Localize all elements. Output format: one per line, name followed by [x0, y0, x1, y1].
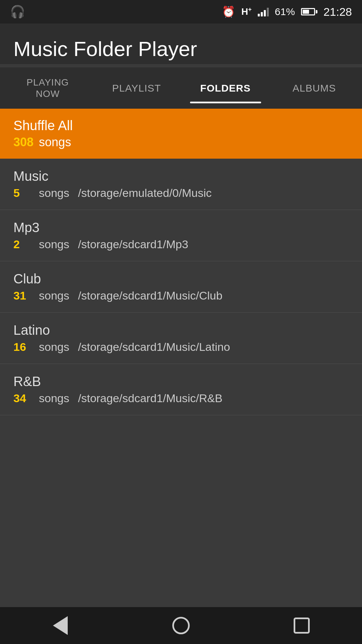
alarm-icon: ⏰ — [222, 5, 235, 18]
folder-meta-music: 5 songs /storage/emulated/0/Music — [13, 186, 349, 200]
folder-name-mp3: Mp3 — [13, 220, 349, 235]
folder-path-club: /storage/sdcard1/Music/Club — [78, 289, 223, 302]
tab-playlist[interactable]: PLAYLIST — [92, 73, 181, 103]
folder-name-latino: Latino — [13, 323, 349, 338]
folder-path-rnb: /storage/sdcard1/Music/R&B — [78, 392, 223, 405]
status-bar-right: ⏰ H+ 61% 21:28 — [222, 5, 352, 18]
folder-list: Music 5 songs /storage/emulated/0/Music … — [0, 159, 362, 415]
folder-meta-club: 31 songs /storage/sdcard1/Music/Club — [13, 289, 349, 302]
tab-bar: PLAYING NOW PLAYLIST FOLDERS ALBUMS — [0, 67, 362, 109]
folder-songs-label-rnb: songs — [39, 392, 69, 405]
folder-path-latino: /storage/sdcard1/Music/Latino — [78, 340, 230, 354]
tab-albums[interactable]: ALBUMS — [270, 73, 359, 103]
status-bar-left: 🎧 — [10, 5, 25, 19]
folder-count-music: 5 — [13, 186, 34, 200]
app-header: Music Folder Player — [0, 23, 362, 64]
signal-label: H+ — [241, 6, 252, 17]
battery-percentage: 61% — [275, 6, 295, 17]
recents-icon — [294, 618, 310, 634]
folder-item-rnb[interactable]: R&B 34 songs /storage/sdcard1/Music/R&B — [0, 364, 362, 415]
home-button[interactable] — [168, 612, 194, 639]
folder-meta-mp3: 2 songs /storage/sdcard1/Mp3 — [13, 238, 349, 251]
shuffle-count-number: 308 — [13, 135, 34, 149]
back-button[interactable] — [47, 612, 74, 639]
folder-item-mp3[interactable]: Mp3 2 songs /storage/sdcard1/Mp3 — [0, 210, 362, 261]
headphone-icon: 🎧 — [10, 5, 25, 19]
folder-count-mp3: 2 — [13, 238, 34, 251]
folder-path-mp3: /storage/sdcard1/Mp3 — [78, 238, 188, 251]
status-time: 21:28 — [323, 5, 352, 18]
back-icon — [53, 616, 68, 635]
folder-count-club: 31 — [13, 289, 34, 302]
recents-button[interactable] — [288, 612, 315, 639]
folder-songs-label-mp3: songs — [39, 238, 69, 251]
folder-item-latino[interactable]: Latino 16 songs /storage/sdcard1/Music/L… — [0, 313, 362, 364]
tab-playing-now[interactable]: PLAYING NOW — [3, 67, 92, 109]
folder-item-club[interactable]: Club 31 songs /storage/sdcard1/Music/Clu… — [0, 261, 362, 313]
status-bar: 🎧 ⏰ H+ 61% 21:28 — [0, 0, 362, 23]
battery-icon — [301, 8, 317, 15]
home-icon — [172, 617, 190, 634]
folder-songs-label-club: songs — [39, 289, 69, 302]
signal-bars-icon — [258, 7, 269, 16]
tab-folders[interactable]: FOLDERS — [181, 73, 270, 103]
folder-meta-latino: 16 songs /storage/sdcard1/Music/Latino — [13, 340, 349, 354]
shuffle-all-button[interactable]: Shuffle All 308 songs — [0, 109, 362, 159]
app-title: Music Folder Player — [13, 37, 349, 61]
folder-count-rnb: 34 — [13, 392, 34, 405]
folder-path-music: /storage/emulated/0/Music — [78, 186, 212, 200]
shuffle-all-count: 308 songs — [13, 135, 349, 149]
folder-name-club: Club — [13, 271, 349, 286]
folder-item-music[interactable]: Music 5 songs /storage/emulated/0/Music — [0, 159, 362, 210]
shuffle-all-title: Shuffle All — [13, 118, 349, 133]
bottom-nav — [0, 607, 362, 644]
folder-meta-rnb: 34 songs /storage/sdcard1/Music/R&B — [13, 392, 349, 405]
folder-songs-label-latino: songs — [39, 340, 69, 354]
shuffle-count-label: songs — [39, 135, 71, 149]
folder-songs-label-music: songs — [39, 186, 69, 200]
folder-name-music: Music — [13, 169, 349, 184]
folder-count-latino: 16 — [13, 340, 34, 354]
folder-name-rnb: R&B — [13, 374, 349, 389]
